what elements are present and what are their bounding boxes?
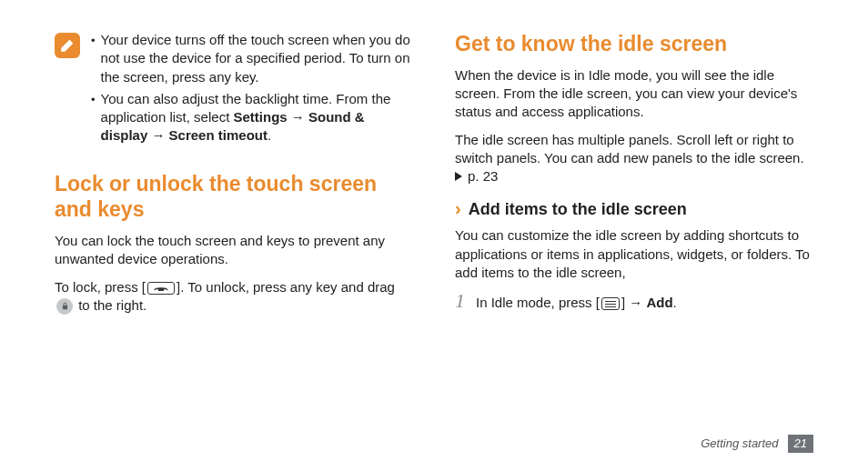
heading-idle-screen: Get to know the idle screen bbox=[455, 31, 813, 57]
step-number: 1 bbox=[455, 291, 465, 311]
subheading-add-items: › Add items to the idle screen bbox=[455, 196, 813, 221]
bold-screen-timeout: Screen timeout bbox=[169, 127, 267, 143]
triangle-reference-icon bbox=[455, 172, 462, 181]
note-bullet-2: • You can also adjust the backlight time… bbox=[91, 90, 413, 145]
end-call-key-icon bbox=[147, 282, 175, 295]
chevron-right-icon: › bbox=[455, 196, 461, 221]
page-reference: p. 23 bbox=[468, 168, 498, 184]
step-1: 1 In Idle mode, press [] → Add. bbox=[455, 291, 813, 312]
page-footer: Getting started 21 bbox=[701, 435, 813, 453]
bold-add: Add bbox=[646, 295, 672, 310]
lock-icon bbox=[56, 298, 73, 315]
paragraph-idle-panels: The idle screen has multiple panels. Scr… bbox=[455, 131, 813, 186]
footer-chapter: Getting started bbox=[701, 436, 778, 452]
subheading-text: Add items to the idle screen bbox=[469, 198, 687, 220]
paragraph-lock-intro: You can lock the touch screen and keys t… bbox=[55, 232, 413, 269]
arrow-text: → bbox=[288, 109, 308, 125]
text-fragment: . bbox=[673, 295, 677, 310]
paragraph-lock-howto: To lock, press []. To unlock, press any … bbox=[55, 278, 413, 316]
bullet-dot-icon: • bbox=[91, 90, 96, 108]
text-fragment: . bbox=[267, 127, 271, 143]
text-fragment: ] → bbox=[621, 295, 647, 310]
text-fragment: to the right. bbox=[75, 297, 146, 313]
arrow-text: → bbox=[147, 127, 168, 143]
step-1-text: In Idle mode, press [] → Add. bbox=[476, 294, 677, 312]
note-bullet-1-text: Your device turns off the touch screen w… bbox=[101, 31, 413, 86]
bullet-dot-icon: • bbox=[91, 31, 96, 49]
right-column: Get to know the idle screen When the dev… bbox=[455, 31, 813, 324]
text-fragment: ]. To unlock, press any key and drag bbox=[177, 279, 395, 295]
paragraph-add-items: You can customize the idle screen by add… bbox=[455, 226, 813, 282]
note-bullet-1: • Your device turns off the touch screen… bbox=[91, 31, 413, 86]
bold-settings: Settings bbox=[233, 109, 287, 125]
footer-page-number: 21 bbox=[788, 435, 813, 453]
heading-lock-unlock: Lock or unlock the touch screen and keys bbox=[55, 171, 413, 224]
content-columns: • Your device turns off the touch screen… bbox=[55, 31, 813, 324]
text-fragment: To lock, press [ bbox=[55, 279, 146, 295]
menu-key-icon bbox=[601, 297, 620, 310]
note-bullet-2-text: You can also adjust the backlight time. … bbox=[101, 90, 413, 145]
note-box: • Your device turns off the touch screen… bbox=[55, 31, 413, 149]
left-column: • Your device turns off the touch screen… bbox=[55, 31, 413, 324]
text-fragment: In Idle mode, press [ bbox=[476, 295, 600, 310]
paragraph-idle-intro: When the device is in Idle mode, you wil… bbox=[455, 66, 813, 122]
svg-rect-0 bbox=[62, 306, 66, 310]
note-pencil-icon bbox=[55, 33, 80, 58]
note-body: • Your device turns off the touch screen… bbox=[91, 31, 413, 149]
text-fragment: The idle screen has multiple panels. Scr… bbox=[455, 132, 804, 165]
